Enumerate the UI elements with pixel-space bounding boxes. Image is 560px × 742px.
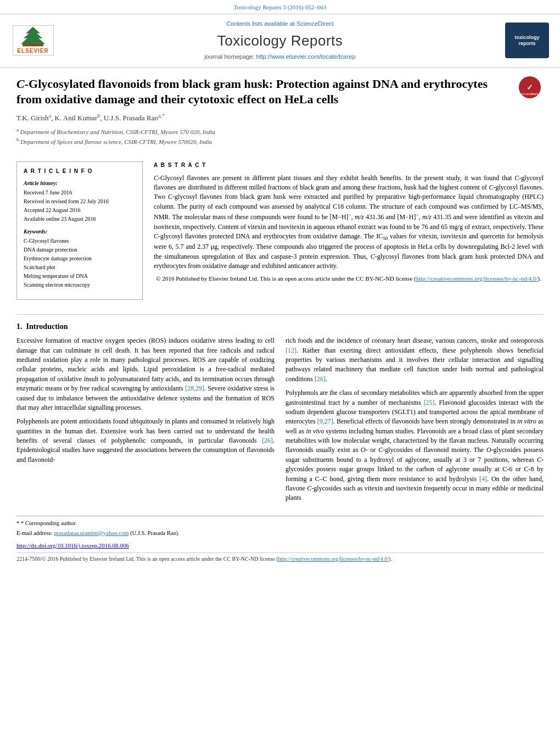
introduction-section: 1. Introduction Excessive formation of r… bbox=[16, 321, 544, 507]
svg-text:✓: ✓ bbox=[527, 83, 533, 92]
keyword-3: Erythrocyte damage protection bbox=[24, 254, 136, 263]
sciencedirect-link-text[interactable]: ScienceDirect bbox=[296, 20, 334, 27]
ref-25[interactable]: [25] bbox=[424, 399, 435, 406]
elsevier-label: ELSEVIER bbox=[17, 47, 48, 55]
keyword-6: Scanning electron microscopy bbox=[24, 281, 136, 289]
elsevier-logo: ELSEVIER bbox=[11, 25, 55, 55]
svg-text:CrossMark: CrossMark bbox=[521, 92, 539, 96]
journal-header: ELSEVIER Contents lists available at Sci… bbox=[0, 14, 560, 68]
authors: T.K. Girisha, K. Anil Kumarb, U.J.S. Pra… bbox=[16, 112, 513, 124]
corresponding-text: * Corresponding author. bbox=[21, 520, 77, 526]
elsevier-image: ELSEVIER bbox=[13, 25, 54, 55]
email-link[interactable]: prasadaraa.uramini@yahoo.com bbox=[54, 530, 128, 536]
article-dates: Received 7 June 2016 Received in revised… bbox=[24, 188, 136, 224]
section-divider bbox=[16, 314, 544, 315]
article-meta-section: A R T I C L E I N F O Article history: R… bbox=[16, 161, 544, 308]
section-number: 1. bbox=[16, 322, 23, 331]
intro-para-1: Excessive formation of reactive oxygen s… bbox=[16, 336, 275, 412]
keywords-list: C-Glycosyl flavones DNA damage protectio… bbox=[24, 237, 136, 289]
journal-center-header: Contents lists available at ScienceDirec… bbox=[55, 20, 505, 61]
svg-rect-2 bbox=[23, 44, 43, 46]
abstract-text: C-Glycosyl flavones are present in diffe… bbox=[154, 174, 544, 271]
main-content: C-Glycosylated flavonoids from black gra… bbox=[0, 68, 560, 571]
article-title-em: C bbox=[16, 77, 25, 91]
toxicology-logo-text: toxicology reports bbox=[514, 35, 539, 47]
abstract-column: A B S T R A C T C-Glycosyl flavones are … bbox=[154, 161, 544, 308]
section-title-intro: 1. Introduction bbox=[16, 321, 544, 332]
abstract-section: A B S T R A C T C-Glycosyl flavones are … bbox=[154, 161, 544, 283]
journal-homepage-link[interactable]: http://www.elsevier.com/locate/toxrep bbox=[256, 53, 356, 60]
intro-right-col: rich foods and the incidence of coronary… bbox=[285, 336, 544, 507]
email-name: (U.J.S. Prasada Rao). bbox=[130, 530, 180, 536]
intro-para-4: Polyphenols are the class of secondary m… bbox=[285, 388, 544, 503]
article-info-box: A R T I C L E I N F O Article history: R… bbox=[16, 161, 143, 300]
intro-para-2: Polyphenols are potent antioxidants foun… bbox=[16, 417, 275, 465]
sciencedirect-text: Contents lists available at ScienceDirec… bbox=[66, 20, 494, 28]
accepted-date: Accepted 22 August 2016 bbox=[24, 206, 136, 215]
ref-28-29[interactable]: [28,29] bbox=[185, 384, 204, 392]
email-label: E-mail address: bbox=[16, 530, 53, 536]
article-history-subsection: Article history: Received 7 June 2016 Re… bbox=[24, 180, 136, 224]
elsevier-tree-svg bbox=[16, 26, 49, 47]
ref-12[interactable]: [12] bbox=[285, 347, 296, 354]
intro-left-col: Excessive formation of reactive oxygen s… bbox=[16, 336, 275, 507]
keyword-1: C-Glycosyl flavones bbox=[24, 237, 136, 246]
page: Toxicology Reports 3 (2016) 652–663 ELSE… bbox=[0, 0, 560, 742]
footer-doi: http://dx.doi.org/10.1016/j.toxrep.2016.… bbox=[16, 542, 544, 550]
section-title-text: Introduction bbox=[26, 322, 68, 331]
keyword-2: DNA damage protection bbox=[24, 246, 136, 254]
abstract-label: A B S T R A C T bbox=[154, 161, 544, 169]
article-title-section: C-Glycosylated flavonoids from black gra… bbox=[16, 76, 544, 156]
ref-26[interactable]: [26] bbox=[262, 437, 273, 444]
footer-license-link[interactable]: http://creativecommons.org/licenses/by-n… bbox=[278, 556, 388, 562]
article-history-title: Article history: bbox=[24, 180, 136, 187]
ref-26b[interactable]: [26] bbox=[315, 375, 326, 383]
article-main-title: C-Glycosylated flavonoids from black gra… bbox=[16, 76, 513, 108]
journal-volume-info: Toxicology Reports 3 (2016) 652–663 bbox=[234, 4, 327, 10]
footnote-star: * bbox=[16, 520, 21, 526]
journal-logo-right: toxicology reports bbox=[505, 23, 549, 58]
affiliation-b: b Department of Spices and flavour scien… bbox=[16, 136, 513, 146]
top-bar: Toxicology Reports 3 (2016) 652–663 bbox=[0, 0, 560, 14]
intro-para-3: rich foods and the incidence of coronary… bbox=[285, 336, 544, 384]
received-date: Received 7 June 2016 bbox=[24, 188, 136, 197]
ref-9-27[interactable]: [9,27] bbox=[317, 417, 333, 425]
keywords-subsection: Keywords: C-Glycosyl flavones DNA damage… bbox=[24, 228, 136, 289]
keyword-4: Scatchard plot bbox=[24, 263, 136, 272]
footer-copyright: 2214-7500/© 2016 Published by Elsevier I… bbox=[16, 553, 544, 563]
crossmark-circle: ✓ CrossMark bbox=[519, 76, 541, 98]
footnote-corresponding: * * Corresponding author. bbox=[16, 520, 544, 528]
article-info-column: A R T I C L E I N F O Article history: R… bbox=[16, 161, 143, 308]
article-title-text: C-Glycosylated flavonoids from black gra… bbox=[16, 76, 513, 153]
article-info-label: A R T I C L E I N F O bbox=[24, 168, 136, 175]
doi-link[interactable]: http://dx.doi.org/10.1016/j.toxrep.2016.… bbox=[16, 542, 129, 549]
license-link[interactable]: http://creativecommons.org/licenses/by-n… bbox=[416, 275, 538, 282]
keyword-5: Melting temperature of DNA bbox=[24, 272, 136, 281]
abstract-copyright: © 2016 Published by Elsevier Ireland Ltd… bbox=[154, 275, 544, 283]
crossmark-svg: ✓ CrossMark bbox=[520, 77, 540, 97]
svg-marker-1 bbox=[21, 27, 44, 44]
revised-date: Received in revised form 22 July 2016 bbox=[24, 197, 136, 206]
journal-homepage: journal homepage: http://www.elsevier.co… bbox=[66, 53, 494, 61]
footnote-section: * * Corresponding author. E-mail address… bbox=[16, 516, 544, 537]
affiliation-a: a Department of Biochemistry and Nutriti… bbox=[16, 126, 513, 136]
available-date: Available online 23 August 2016 bbox=[24, 215, 136, 224]
intro-body-two-col: Excessive formation of reactive oxygen s… bbox=[16, 336, 544, 507]
ref-4[interactable]: [4] bbox=[479, 475, 487, 483]
journal-title-header: Toxicology Reports bbox=[66, 31, 494, 51]
crossmark-badge[interactable]: ✓ CrossMark bbox=[519, 76, 544, 101]
keywords-title: Keywords: bbox=[24, 228, 136, 236]
affiliations: a Department of Biochemistry and Nutriti… bbox=[16, 126, 513, 146]
footnote-email: E-mail address: prasadaraa.uramini@yahoo… bbox=[16, 529, 544, 538]
